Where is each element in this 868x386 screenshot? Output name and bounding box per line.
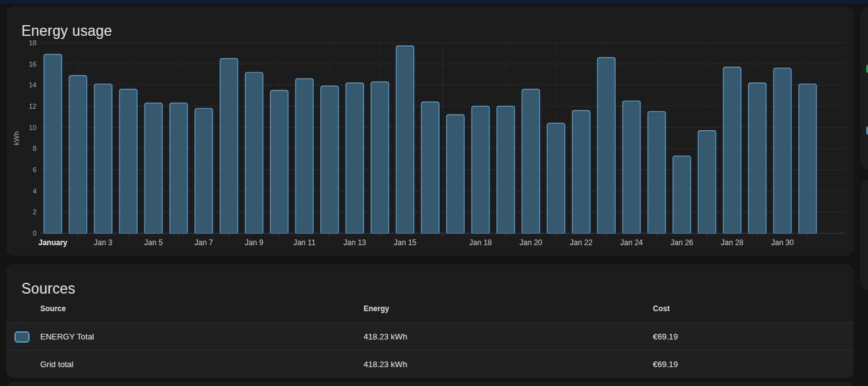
bar-jan-11[interactable] [296, 79, 313, 233]
bar-jan-14[interactable] [371, 82, 389, 233]
x-axis-tick-label: Jan 30 [771, 238, 794, 247]
table-row-grid-total: Grid total 418.23 kWh €69.19 [6, 350, 854, 378]
bar-jan-12[interactable] [321, 86, 338, 233]
bar-jan-15[interactable] [396, 46, 414, 233]
table-row-energy-total: ENERGY Total 418.23 kWh €69.19 [6, 323, 854, 350]
x-axis-tick-label: Jan 3 [94, 238, 113, 247]
bar-jan-7[interactable] [195, 108, 213, 233]
sources-table: Source Energy Cost ENERGY Total 418.23 k… [6, 294, 854, 378]
y-axis-tick-label: 4 [33, 187, 36, 195]
source-name: ENERGY Total [40, 332, 94, 341]
energy-usage-card: Energy usage 024681012141618JanuaryJan 3… [6, 6, 854, 256]
right-column-card-middle [860, 179, 868, 290]
bar-jan-30[interactable] [774, 68, 791, 233]
x-axis-tick-label: Jan 11 [293, 238, 315, 247]
bar-jan-28[interactable] [723, 67, 741, 233]
bar-jan-4[interactable] [120, 89, 137, 233]
bar-jan-19[interactable] [497, 106, 515, 233]
bar-jan-27[interactable] [698, 131, 716, 233]
bar-jan-20[interactable] [522, 89, 540, 233]
bar-jan-26[interactable] [673, 156, 691, 233]
x-axis-tick-label: Jan 5 [144, 238, 163, 247]
bar-jan-22[interactable] [572, 111, 590, 233]
sources-card: Sources Source Energy Cost ENERGY Total … [6, 264, 854, 378]
cost-value: €69.19 [619, 332, 854, 341]
cost-value: €69.19 [619, 360, 854, 369]
x-axis-tick-label: Jan 9 [245, 238, 264, 247]
x-axis-tick-label: Jan 22 [570, 238, 593, 247]
energy-value: 418.23 kWh [330, 332, 619, 341]
y-axis-title: kWh [13, 131, 20, 145]
y-axis-tick-label: 10 [29, 124, 36, 131]
x-axis-tick-label: Jan 15 [394, 238, 416, 247]
bar-jan-25[interactable] [648, 111, 665, 233]
bar-jan-1[interactable] [44, 55, 62, 233]
y-axis-tick-label: 8 [33, 145, 36, 152]
bar-jan-18[interactable] [472, 106, 489, 233]
y-axis-tick-label: 0 [33, 229, 36, 237]
y-axis-tick-label: 12 [29, 102, 36, 110]
x-axis-tick-label: Jan 7 [194, 238, 213, 247]
bar-jan-21[interactable] [547, 123, 565, 233]
bar-jan-5[interactable] [145, 103, 162, 233]
bar-jan-16[interactable] [421, 102, 439, 233]
app-header-strip [0, 0, 868, 4]
right-column-card-top [860, 6, 868, 170]
energy-value: 418.23 kWh [330, 360, 619, 369]
y-axis-tick-label: 14 [29, 81, 36, 89]
x-axis-tick-label: January [38, 238, 67, 247]
bar-jan-9[interactable] [245, 72, 263, 233]
bar-jan-3[interactable] [94, 84, 112, 233]
bar-jan-29[interactable] [748, 83, 766, 233]
y-axis-tick-label: 2 [33, 208, 36, 216]
x-axis-tick-label: Jan 26 [670, 238, 693, 247]
x-axis-tick-label: Jan 28 [721, 238, 743, 247]
y-axis-tick-label: 18 [29, 39, 36, 47]
bar-jan-6[interactable] [170, 103, 187, 233]
x-axis-tick-label: Jan 20 [520, 238, 542, 247]
x-axis-tick-label: Jan 13 [343, 238, 366, 247]
y-axis-tick-label: 6 [33, 166, 36, 174]
next-card-top-edge [6, 382, 854, 386]
y-axis-tick-label: 16 [29, 60, 36, 68]
bar-jan-10[interactable] [270, 91, 288, 233]
bar-jan-13[interactable] [346, 83, 364, 233]
x-axis-tick-label: Jan 24 [620, 238, 643, 247]
column-header-source: Source [6, 304, 330, 313]
bar-jan-23[interactable] [598, 58, 615, 233]
column-header-energy: Energy [330, 304, 619, 313]
bar-jan-17[interactable] [447, 114, 464, 233]
x-axis-tick-label: Jan 18 [469, 238, 492, 247]
bar-jan-31[interactable] [799, 84, 816, 233]
column-header-cost: Cost [619, 304, 854, 313]
energy-usage-bar-chart[interactable]: 024681012141618JanuaryJan 3Jan 5Jan 7Jan… [6, 33, 854, 254]
bar-jan-2[interactable] [69, 75, 87, 233]
bar-jan-24[interactable] [623, 101, 640, 233]
energy-total-legend-swatch [14, 331, 30, 343]
source-name: Grid total [40, 360, 74, 369]
bar-jan-8[interactable] [220, 58, 238, 233]
sources-table-header: Source Energy Cost [6, 294, 854, 323]
